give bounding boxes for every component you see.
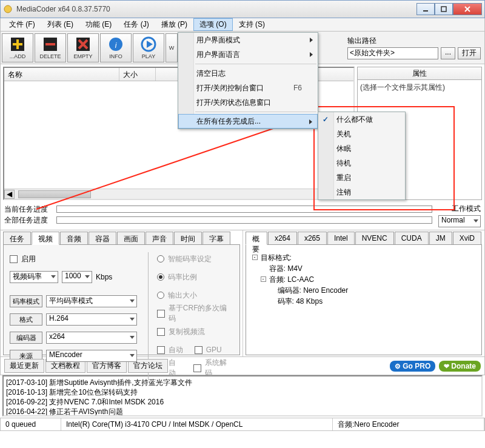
tab-container[interactable]: 容器 (89, 232, 116, 244)
auto1-checkbox[interactable] (157, 346, 165, 354)
col-size[interactable]: 大小 (119, 68, 156, 81)
close-button[interactable] (453, 3, 482, 15)
open-output-button[interactable]: 打开 (458, 47, 481, 59)
encoder-select[interactable]: x264 (46, 332, 137, 344)
target-format-tree[interactable]: -目标格式: 容器: M4V -音频: LC-AAC 编码器: Nero Enc… (252, 252, 476, 307)
toolbar-more[interactable]: W (166, 33, 178, 62)
tab-x265[interactable]: x265 (298, 232, 327, 244)
menu-ui-mode[interactable]: 用户界面模式 (178, 33, 318, 47)
tab-video[interactable]: 视频 (32, 232, 59, 245)
submenu-shutdown[interactable]: 关机 (318, 127, 405, 141)
tab-summary[interactable]: 概要 (246, 232, 267, 245)
rate-mode-select[interactable]: 平均码率模式 (46, 295, 137, 307)
scroll-left-icon[interactable]: ◀ (4, 190, 15, 199)
tree-toggle-icon[interactable]: - (261, 276, 266, 282)
menu-clear-log[interactable]: 清空日志 (178, 66, 318, 81)
menu-after-tasks[interactable]: 在所有任务完成后... (178, 114, 318, 129)
settings-tabs: 任务 视频 音频 容器 画面 声音 时间 字幕 (3, 232, 240, 245)
menu-ui-lang[interactable]: 用户界面语言 (178, 47, 318, 62)
tab-sound[interactable]: 声音 (146, 232, 173, 244)
smart-rate-radio[interactable] (157, 255, 164, 262)
play-icon (140, 36, 157, 53)
progress-area: 当前任务进度 全部任务进度 工作模式 Normal (0, 202, 485, 230)
submenu-logoff[interactable]: 注销 (318, 185, 405, 199)
workmode-select[interactable]: Normal (438, 215, 481, 227)
video-rate-value[interactable]: 1000 (62, 271, 92, 283)
video-rate-mode[interactable]: 视频码率 (10, 271, 58, 283)
menu-toggle-status[interactable]: 打开/关闭状态信息窗口 (178, 95, 318, 110)
format-label: 格式 (10, 313, 42, 326)
tab-x264[interactable]: x264 (268, 232, 297, 244)
submenu-standby[interactable]: 待机 (318, 156, 405, 170)
toolbar-empty[interactable]: EMPTY (67, 33, 99, 62)
submenu-arrow-icon (309, 119, 312, 124)
menu-options[interactable]: 选项 (O) (193, 18, 233, 31)
tab-jm[interactable]: JM (429, 232, 452, 244)
rate-mode-label: 码率模式 (10, 295, 42, 307)
toolbar-info[interactable]: i INFO (100, 33, 132, 62)
menu-support[interactable]: 支持 (S) (233, 18, 271, 31)
news-item: [2016-04-22] 修正若干AVISynth问题 (6, 407, 479, 416)
submenu-arrow-icon (310, 52, 313, 57)
horizontal-scrollbar[interactable]: ◀ ▶ (4, 189, 353, 199)
news-item: [2017-03-10] 新增Suptitle Avisynth插件,支持蓝光字… (6, 378, 479, 387)
tree-toggle-icon[interactable]: - (252, 255, 258, 260)
tab-picture[interactable]: 画面 (117, 232, 145, 244)
svg-point-0 (4, 5, 12, 13)
col-name[interactable]: 名称 (4, 68, 119, 81)
svg-rect-7 (13, 43, 22, 45)
svg-rect-2 (441, 7, 446, 12)
rate-ratio-radio[interactable] (157, 273, 164, 281)
toolbar-play[interactable]: PLAY (133, 33, 164, 62)
news-item: [2016-10-13] 新增完全10位色深转码支持 (6, 387, 479, 397)
x-icon (75, 36, 92, 53)
tab-audio[interactable]: 音频 (60, 232, 88, 244)
submenu-hibernate[interactable]: 休眠 (318, 141, 405, 156)
format-select[interactable]: H.264 (46, 313, 137, 326)
tab-task[interactable]: 任务 (3, 232, 31, 244)
enable-checkbox[interactable] (10, 255, 18, 263)
tab-cuda[interactable]: CUDA (395, 232, 429, 244)
menu-list[interactable]: 列表 (E) (41, 18, 79, 31)
tab-intel[interactable]: Intel (327, 232, 355, 244)
submenu-reboot[interactable]: 重启 (318, 170, 405, 185)
copy-stream-checkbox[interactable] (157, 328, 165, 336)
link-recent[interactable]: 最近更新 (4, 359, 44, 373)
menu-toggle-console[interactable]: 打开/关闭控制台窗口F6 (178, 81, 318, 95)
gpu-checkbox[interactable] (195, 346, 202, 354)
check-icon: ✓ (323, 115, 329, 124)
status-queue: 0 queued (1, 418, 61, 430)
status-audio: 音频: Nero Encoder (333, 418, 484, 430)
donate-button[interactable]: ❤ Donate (439, 361, 481, 372)
minimize-button[interactable] (416, 3, 435, 15)
submenu-do-nothing[interactable]: ✓什么都不做 (318, 112, 405, 127)
go-pro-button[interactable]: ⚙ Go PRO (390, 361, 435, 372)
source-select[interactable]: MEncoder (46, 350, 137, 362)
tab-subtitle[interactable]: 字幕 (202, 232, 230, 244)
menu-function[interactable]: 功能 (E) (79, 18, 118, 31)
maximize-button[interactable] (435, 3, 453, 15)
sysdec-checkbox[interactable] (193, 364, 201, 372)
tab-xvid[interactable]: XviD (453, 232, 481, 244)
menu-play[interactable]: 播放 (P) (155, 18, 193, 31)
svg-marker-16 (147, 41, 153, 48)
tab-time[interactable]: 时间 (174, 232, 202, 244)
toolbar-delete[interactable]: DELETE (35, 33, 66, 62)
output-path-input[interactable]: <原始文件夹> (347, 47, 438, 59)
browse-button[interactable]: ... (441, 47, 455, 59)
news-box[interactable]: [2017-03-10] 新增Suptitle Avisynth插件,支持蓝光字… (2, 375, 483, 416)
info-icon: i (107, 36, 124, 53)
tab-nvenc[interactable]: NVENC (355, 232, 394, 244)
toolbar-add[interactable]: ...ADD (2, 33, 33, 62)
menu-task[interactable]: 任务 (J) (118, 18, 155, 31)
svg-rect-9 (45, 43, 55, 45)
plus-icon (9, 36, 26, 53)
workmode-label: 工作模式 (452, 204, 481, 214)
svg-line-4 (465, 7, 470, 12)
crf-checkbox[interactable] (157, 310, 165, 318)
scroll-thumb[interactable] (18, 190, 91, 198)
menu-file[interactable]: 文件 (F) (3, 18, 41, 31)
after-tasks-submenu: ✓什么都不做 关机 休眠 待机 重启 注销 (318, 112, 406, 200)
titlebar: MediaCoder x64 0.8.37.5770 (0, 0, 485, 18)
output-size-radio[interactable] (157, 292, 164, 299)
